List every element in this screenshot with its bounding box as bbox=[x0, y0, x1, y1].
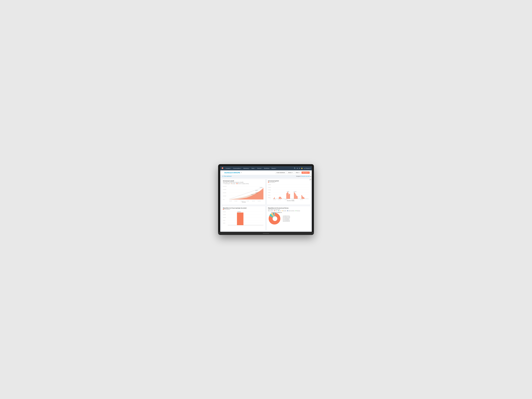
svg-rect-44 bbox=[281, 198, 282, 199]
assigned-area: Assigned: Everyone can edit bbox=[296, 176, 310, 177]
sidebar-toggle[interactable]: ❮ bbox=[310, 175, 312, 178]
sum-amount-icon bbox=[268, 182, 269, 183]
contacts-chevron: ▾ bbox=[230, 168, 231, 169]
svg-text:750,000: 750,000 bbox=[268, 192, 271, 193]
svg-point-83 bbox=[272, 216, 277, 221]
svg-text:Close Date: Close Date bbox=[242, 202, 246, 203]
user-menu[interactable]: La Tribune ▾ bbox=[304, 168, 310, 169]
legend-amount-icon bbox=[236, 183, 237, 184]
add-report-button[interactable]: Add report ▾ bbox=[302, 171, 310, 174]
svg-rect-79 bbox=[237, 212, 243, 225]
pie-legend-1: 1.18%-(€63,116,671) bbox=[283, 215, 290, 216]
legend-sum-amount: Sum ( Amount ) bbox=[268, 182, 275, 183]
svg-text:1,250,000: 1,250,000 bbox=[268, 187, 271, 188]
legend-paris: Paris bbox=[274, 210, 277, 211]
filter-dashboard-link[interactable]: ☰ Filter dashboard bbox=[222, 176, 232, 177]
search-icon[interactable]: 🔍 bbox=[294, 168, 296, 169]
svg-text:Jul 2019: Jul 2019 bbox=[273, 199, 276, 200]
actions-chevron: ▾ bbox=[292, 172, 293, 173]
chart2-legend: Sum ( Amount ) bbox=[268, 182, 309, 183]
svg-text:May 2022: May 2022 bbox=[241, 201, 244, 201]
dashboard-title: Dashboard GROUPE bbox=[224, 172, 240, 174]
laptop-frame: H Contacts ▾ Conversations ▾ Marketing ▾… bbox=[218, 164, 314, 235]
add-report-chevron: ▾ bbox=[308, 172, 309, 173]
create-dashboard-button[interactable]: Create dashboard bbox=[275, 171, 286, 174]
svg-text:€0.00: €0.00 bbox=[223, 199, 225, 200]
svg-rect-46 bbox=[287, 192, 288, 199]
chart-repartition-typology: Répartition du CA par typologie de produ… bbox=[222, 206, 265, 230]
svg-text:€7,500,000: €7,500,000 bbox=[223, 189, 226, 190]
share-button[interactable]: Share ▾ bbox=[295, 171, 301, 174]
svg-rect-59 bbox=[303, 197, 304, 199]
svg-text:Sep 2022: Sep 2022 bbox=[252, 201, 255, 201]
svg-text:750,000: 750,000 bbox=[223, 220, 225, 221]
svg-rect-51 bbox=[294, 192, 295, 199]
legend-line-icon bbox=[223, 184, 224, 184]
svg-text:Mar 2021: Mar 2021 bbox=[285, 199, 287, 200]
legend-last-year: Last year bbox=[231, 183, 235, 184]
conversations-chevron: ▾ bbox=[241, 168, 241, 169]
legend-no-value: (No value) bbox=[268, 210, 273, 211]
grid-icon[interactable]: ⊞ bbox=[297, 168, 298, 169]
actions-button[interactable]: Actions ▾ bbox=[287, 171, 294, 174]
nav-service[interactable]: Service ▾ bbox=[256, 167, 263, 169]
chart-repartition-bureau: Répartition du CA annuel par Bureau Date… bbox=[267, 206, 310, 230]
dashboard-title-area: ☆ Dashboard GROUPE ▾ bbox=[222, 172, 241, 174]
hubspot-logo[interactable]: H bbox=[222, 167, 223, 170]
marseille-icon bbox=[282, 210, 283, 211]
settings-icon[interactable]: ⚙ bbox=[299, 168, 300, 169]
no-value-icon bbox=[268, 210, 269, 211]
chart4-title: Répartition du CA annuel par Bureau bbox=[268, 207, 309, 209]
bell-icon[interactable]: 🔔 bbox=[301, 168, 303, 169]
pie-legend-5: 2.07%-(€786,666.00) bbox=[283, 220, 290, 221]
chart-ca-mensuel-genere: CA mensuel généré Sum ( Amount ) 1,500,0… bbox=[267, 179, 310, 205]
svg-text:0: 0 bbox=[270, 198, 270, 199]
svg-text:Jul 2022: Jul 2022 bbox=[247, 201, 249, 201]
charts-grid: CA mensuel cumulé Date range: This entir… bbox=[220, 177, 312, 232]
sales-chevron: ▾ bbox=[255, 168, 255, 169]
svg-rect-60 bbox=[304, 197, 304, 199]
chat-button[interactable]: 💬 bbox=[309, 178, 312, 181]
svg-text:€2,500,000: €2,500,000 bbox=[223, 196, 226, 196]
svg-rect-49 bbox=[289, 194, 289, 199]
svg-rect-42 bbox=[280, 197, 280, 199]
chart-ca-mensuel-cumule: CA mensuel cumulé Date range: This entir… bbox=[222, 179, 265, 205]
svg-text:Nov 2022: Nov 2022 bbox=[300, 199, 303, 200]
paris-icon bbox=[274, 210, 275, 211]
svg-rect-39 bbox=[273, 198, 274, 199]
svg-text:€5,000,000: €5,000,000 bbox=[223, 192, 226, 193]
chart4-legend: (No value) Paris Lyon Marseille bbox=[268, 210, 309, 211]
header-actions: Create dashboard Actions ▾ Share ▾ Add r… bbox=[275, 171, 310, 174]
nav-workflows[interactable]: Workflows bbox=[263, 167, 270, 169]
legend-amount-currency: Amount in company currency bbox=[236, 183, 249, 184]
nav-reports[interactable]: Reports ▾ bbox=[271, 167, 277, 169]
filter-icon: ☰ bbox=[222, 176, 223, 177]
chart2-title: CA mensuel généré bbox=[268, 180, 309, 182]
assigned-link[interactable]: Everyone can edit bbox=[301, 176, 310, 177]
autres-icon bbox=[287, 210, 288, 211]
svg-text:Mar 2022: Mar 2022 bbox=[234, 201, 237, 201]
collapse-icon: ❮ bbox=[310, 176, 311, 177]
svg-text:1,500,000: 1,500,000 bbox=[268, 184, 271, 185]
svg-rect-40 bbox=[274, 197, 275, 199]
svg-text:1,000,000: 1,000,000 bbox=[223, 217, 226, 218]
nav-contacts[interactable]: Contacts ▾ bbox=[225, 167, 232, 169]
star-icon[interactable]: ☆ bbox=[222, 172, 223, 173]
svg-rect-55 bbox=[296, 196, 297, 199]
dashboard-dropdown-icon[interactable]: ▾ bbox=[241, 172, 241, 173]
svg-text:Total Amount in company curren: Total Amount in company currency: €77,07… bbox=[271, 212, 282, 213]
svg-text:1,500,000: 1,500,000 bbox=[223, 211, 226, 212]
nav-conversations[interactable]: Conversations ▾ bbox=[232, 167, 242, 169]
legend-lyon: Lyon bbox=[278, 210, 281, 211]
legend-sum-amount3: Sum ( Amount ) bbox=[223, 209, 230, 210]
pie-legend-3: 6.07%-(€468,283.25) bbox=[283, 218, 290, 218]
pie-chart-svg: Total Amount in company currency: €77,07… bbox=[268, 212, 282, 226]
chart1-subtitle: Date range: This entire year Frequency: … bbox=[223, 182, 264, 183]
svg-rect-48 bbox=[288, 193, 288, 199]
pie-legend-values: 1.18%-(€63,116,671) 3.04%-(€223,175,008)… bbox=[283, 212, 290, 226]
nav-marketing[interactable]: Marketing ▾ bbox=[243, 167, 250, 169]
reports-chevron: ▾ bbox=[276, 168, 276, 169]
svg-text:1,215,316.8: 1,215,316.8 bbox=[294, 191, 297, 192]
nav-sales[interactable]: Sales ▾ bbox=[251, 167, 256, 169]
laptop-notch bbox=[263, 233, 269, 234]
